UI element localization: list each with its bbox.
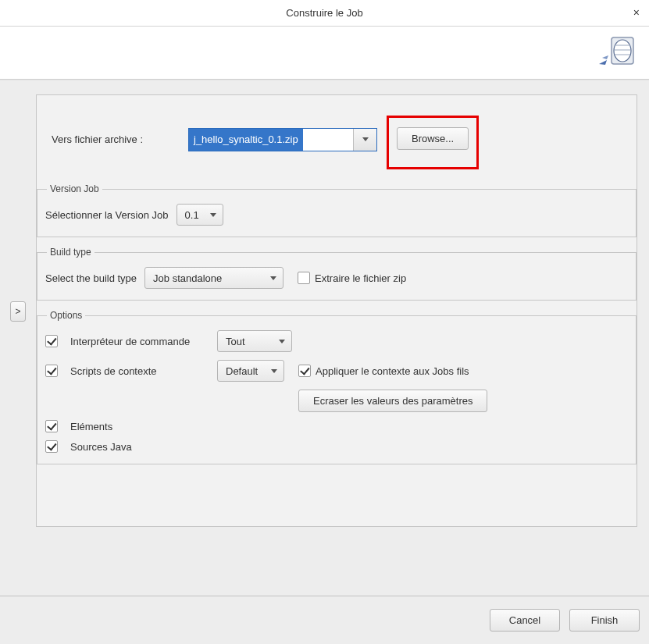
build-legend: Build type: [47, 247, 94, 258]
archive-file-combo[interactable]: j_hello_synaltic_0.1.zip: [188, 128, 377, 151]
options-legend: Options: [47, 310, 85, 321]
build-label: Select the build type: [45, 272, 137, 284]
finish-button[interactable]: Finish: [569, 609, 640, 632]
sources-java-checkbox[interactable]: [45, 440, 58, 453]
override-params-button[interactable]: Ecraser les valeurs des paramètres: [298, 390, 487, 412]
main-panel: Vers fichier archive : j_hello_synaltic_…: [36, 94, 637, 527]
extract-zip-label: Extraire le fichier zip: [315, 272, 406, 284]
banner: [0, 27, 649, 80]
apply-context-checkbox[interactable]: [298, 365, 311, 377]
cancel-button[interactable]: Cancel: [490, 609, 560, 632]
version-fieldset: Version Job Sélectionner la Version Job …: [37, 183, 637, 237]
chevron-down-icon: [270, 276, 276, 280]
footer: Cancel Finish: [0, 596, 649, 644]
wizard-icon: [596, 33, 640, 73]
chevron-down-icon: [362, 137, 369, 141]
apply-context-label: Appliquer le contexte aux Jobs fils: [316, 365, 469, 377]
chevron-down-icon: [271, 369, 277, 373]
version-legend: Version Job: [47, 183, 102, 194]
archive-file-dropdown[interactable]: [353, 129, 376, 151]
build-type-select[interactable]: Job standalone: [144, 267, 283, 289]
expand-side-button[interactable]: >: [10, 301, 26, 322]
elements-label: Eléments: [70, 421, 112, 432]
version-label: Sélectionner la Version Job: [45, 209, 169, 221]
options-fieldset: Options Interpréteur de commande Tout Sc…: [37, 310, 637, 464]
title-bar: Construire le Job ×: [0, 0, 649, 27]
svg-point-1: [614, 40, 631, 62]
chevron-down-icon: [279, 340, 285, 343]
context-scripts-label: Scripts de contexte: [70, 365, 209, 377]
extract-zip-checkbox[interactable]: [298, 272, 310, 284]
archive-file-text[interactable]: j_hello_synaltic_0.1.zip: [189, 129, 303, 151]
version-select[interactable]: 0.1: [177, 204, 223, 226]
archive-label: Vers fichier archive :: [48, 133, 188, 145]
dialog-body: > Vers fichier archive : j_hello_synalti…: [0, 80, 649, 644]
chevron-down-icon: [210, 213, 216, 217]
context-select[interactable]: Default: [217, 360, 284, 382]
close-icon[interactable]: ×: [633, 6, 640, 19]
archive-row: Vers fichier archive : j_hello_synaltic_…: [37, 105, 637, 183]
interpreter-select[interactable]: Tout: [217, 330, 292, 352]
window-title: Construire le Job: [286, 7, 362, 19]
sources-java-label: Sources Java: [70, 441, 132, 453]
browse-highlight: Browse...: [387, 116, 479, 169]
interpreter-label: Interpréteur de commande: [70, 336, 209, 347]
context-scripts-checkbox[interactable]: [45, 365, 58, 377]
elements-checkbox[interactable]: [45, 420, 58, 432]
build-fieldset: Build type Select the build type Job sta…: [37, 247, 637, 301]
interpreter-checkbox[interactable]: [45, 335, 58, 347]
browse-button[interactable]: Browse...: [397, 127, 469, 150]
